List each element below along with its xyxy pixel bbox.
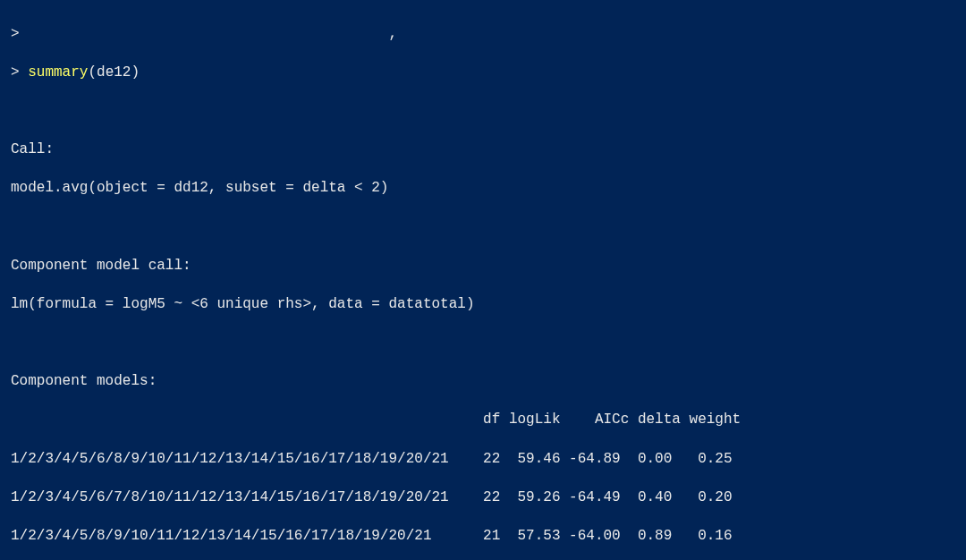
call-line: model.avg(object = dd12, subset = delta … [11, 179, 955, 199]
truncated-line: > , [11, 25, 955, 45]
component-models-label: Component models: [11, 372, 955, 392]
prompt-symbol: > [11, 64, 28, 81]
blank-line [11, 102, 955, 122]
model-row: 1/2/3/4/5/6/7/8/10/11/12/13/14/15/16/17/… [11, 488, 955, 508]
prompt-line: > summary(de12) [11, 64, 955, 83]
component-call-label: Component model call: [11, 257, 955, 276]
component-call-line: lm(formula = logM5 ~ <6 unique rhs>, dat… [11, 295, 955, 315]
prompt-argument: (de12) [88, 64, 140, 81]
blank-line [11, 334, 955, 353]
model-row: 1/2/3/4/5/6/8/9/10/11/12/13/14/15/16/17/… [11, 450, 955, 470]
models-header: df logLik AICc delta weight [11, 411, 955, 430]
console-output[interactable]: > , > summary(de12) Call: model.avg(obje… [0, 0, 966, 560]
blank-line [11, 218, 955, 238]
model-row: 1/2/3/4/5/8/9/10/11/12/13/14/15/16/17/18… [11, 527, 955, 547]
function-name: summary [28, 64, 88, 81]
call-label: Call: [11, 140, 955, 160]
